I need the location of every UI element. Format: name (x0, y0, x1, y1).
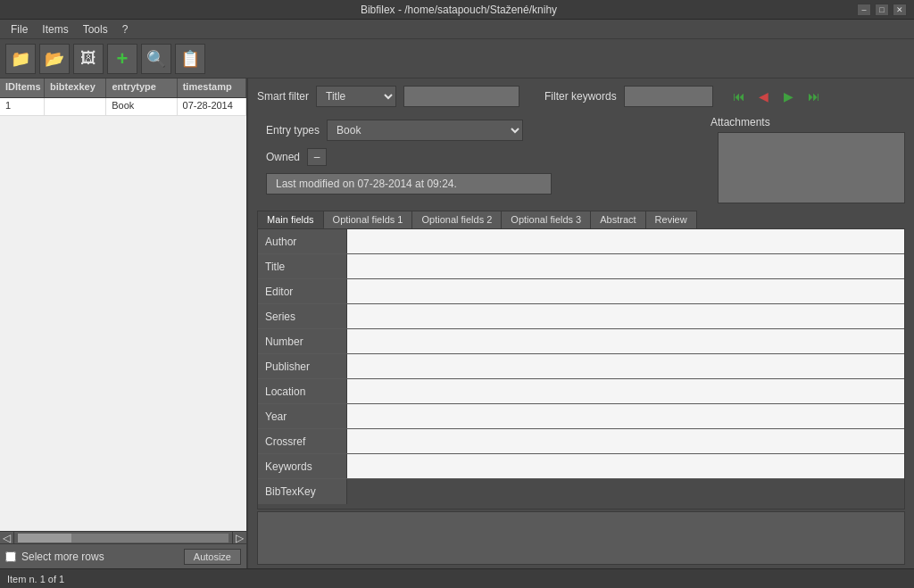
field-publisher-label: Publisher (258, 354, 347, 378)
open-button[interactable]: 📂 (39, 44, 70, 74)
table-row[interactable]: 1 Book 07-28-2014 (0, 98, 246, 116)
status-text: Item n. 1 of 1 (7, 574, 64, 584)
entry-types-dropdown[interactable]: Book Article InProceedings Misc (327, 120, 523, 141)
field-bibtexkey-label: BibTexKey (258, 479, 347, 504)
fields-area: Author Title Editor Series Number Publis… (257, 228, 905, 509)
tab-optional-fields-2[interactable]: Optional fields 2 (412, 211, 502, 228)
table-header: IDItems bibtexkey entrytype timestamp (0, 79, 246, 98)
menu-help[interactable]: ? (115, 21, 136, 37)
owned-label: Owned (266, 151, 300, 163)
scrollbar-thumb[interactable] (18, 534, 71, 542)
field-bibtexkey: BibTexKey (258, 479, 904, 504)
tab-main-fields[interactable]: Main fields (257, 211, 324, 228)
image-button[interactable]: 🖼 (73, 44, 104, 74)
field-keywords-input[interactable] (347, 454, 904, 478)
nav-buttons: ⏮ ◀ ▶ ⏭ (727, 86, 826, 107)
tab-abstract[interactable]: Abstract (591, 211, 645, 228)
field-publisher: Publisher (258, 354, 904, 379)
close-button[interactable]: ✕ (893, 4, 907, 16)
entry-types-label: Entry types (266, 124, 320, 137)
menu-bar: File Items Tools ? (0, 20, 914, 39)
field-crossref-input[interactable] (347, 429, 904, 453)
maximize-button[interactable]: □ (875, 4, 889, 16)
last-nav-button[interactable]: ⏭ (802, 86, 826, 107)
field-year: Year (258, 404, 904, 429)
field-keywords-label: Keywords (258, 454, 347, 478)
field-number: Number (258, 329, 904, 354)
field-location-input[interactable] (347, 379, 904, 403)
entry-types-row: Entry types Book Article InProceedings M… (257, 116, 702, 145)
field-series-label: Series (258, 304, 347, 328)
tab-review[interactable]: Review (646, 211, 697, 228)
field-author-input[interactable] (347, 229, 904, 253)
open-icon: 📂 (45, 49, 64, 69)
prev-nav-button[interactable]: ◀ (752, 86, 776, 107)
entry-attachments-row: Entry types Book Article InProceedings M… (248, 114, 914, 205)
next-nav-button[interactable]: ▶ (777, 86, 801, 107)
field-number-label: Number (258, 329, 347, 353)
select-more-label: Select more rows (21, 551, 104, 563)
cell-bibtex (45, 98, 107, 115)
add-button[interactable]: + (107, 44, 137, 74)
autosize-button[interactable]: Autosize (184, 549, 241, 565)
filter-row: Smart filter Title Author Year Publisher… (248, 79, 914, 114)
menu-items[interactable]: Items (35, 21, 75, 37)
new-folder-button[interactable]: 📁 (5, 44, 36, 74)
filter-keywords-label: Filter keywords (544, 90, 617, 103)
right-panel: Smart filter Title Author Year Publisher… (248, 79, 914, 568)
attachments-label: Attachments (710, 116, 770, 128)
search-icon: 🔍 (146, 49, 166, 69)
field-keywords: Keywords (258, 454, 904, 479)
field-title-input[interactable] (347, 254, 904, 278)
title-bar: Bibfilex - /home/satapouch/Stažené/knihy… (0, 0, 914, 20)
first-nav-button[interactable]: ⏮ (727, 86, 751, 107)
field-year-input[interactable] (347, 404, 904, 428)
field-series: Series (258, 304, 904, 329)
owned-button[interactable]: – (307, 148, 327, 166)
scroll-right-btn[interactable]: ▷ (232, 532, 246, 544)
smart-filter-input[interactable] (403, 86, 519, 107)
horizontal-scrollbar[interactable]: ◁ ▷ (0, 531, 246, 543)
search-button[interactable]: 🔍 (141, 44, 171, 74)
export-button[interactable]: 📋 (175, 44, 205, 74)
col-header-bibtex: bibtexkey (45, 79, 106, 97)
field-editor-label: Editor (258, 279, 347, 303)
menu-file[interactable]: File (4, 21, 35, 37)
note-area[interactable] (257, 511, 905, 565)
col-header-timestamp: timestamp (178, 79, 246, 97)
tab-optional-fields-1[interactable]: Optional fields 1 (324, 211, 413, 228)
scrollbar-track (18, 534, 228, 542)
tab-optional-fields-3[interactable]: Optional fields 3 (502, 211, 591, 228)
smart-filter-dropdown[interactable]: Title Author Year Publisher (316, 86, 396, 107)
field-number-input[interactable] (347, 329, 904, 353)
window-title: Bibfilex - /home/satapouch/Stažené/knihy (61, 4, 857, 16)
image-icon: 🖼 (80, 49, 96, 68)
smart-filter-label: Smart filter (257, 90, 309, 103)
cell-id: 1 (0, 98, 45, 115)
attachments-box[interactable] (718, 132, 905, 203)
menu-tools[interactable]: Tools (76, 21, 115, 37)
filter-keywords-input[interactable] (624, 86, 713, 107)
field-title: Title (258, 254, 904, 279)
field-bibtexkey-input[interactable] (347, 479, 904, 504)
field-series-input[interactable] (347, 304, 904, 328)
field-editor-input[interactable] (347, 279, 904, 303)
window-controls: – □ ✕ (857, 4, 907, 16)
owned-row: Owned – (257, 145, 702, 170)
minimize-button[interactable]: – (857, 4, 871, 16)
field-author: Author (258, 229, 904, 254)
entry-left-col: Entry types Book Article InProceedings M… (257, 116, 702, 198)
col-header-id: IDItems (0, 79, 45, 97)
add-icon: + (117, 47, 129, 70)
export-icon: 📋 (180, 49, 200, 69)
field-location-label: Location (258, 379, 347, 403)
field-editor: Editor (258, 279, 904, 304)
field-publisher-input[interactable] (347, 354, 904, 378)
folder-icon: 📁 (11, 49, 30, 69)
main-layout: IDItems bibtexkey entrytype timestamp 1 … (0, 79, 914, 568)
modified-text: Last modified on 07-28-2014 at 09:24. (266, 173, 552, 195)
attachments-col: Attachments (702, 116, 905, 203)
scroll-left-btn[interactable]: ◁ (0, 532, 14, 544)
left-panel: IDItems bibtexkey entrytype timestamp 1 … (0, 79, 248, 568)
select-more-checkbox[interactable] (5, 551, 16, 562)
